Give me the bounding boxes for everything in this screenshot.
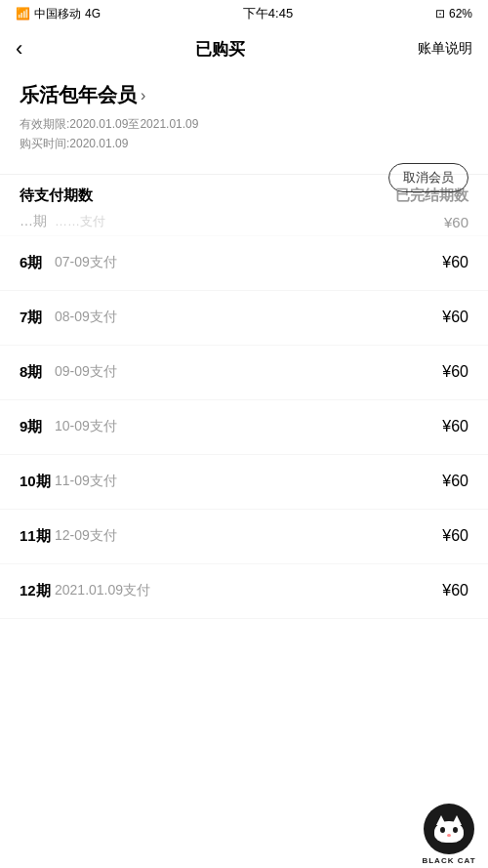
period-date: 10-09支付 bbox=[55, 418, 410, 435]
period-number: 12期 bbox=[20, 582, 55, 600]
period-date: 09-09支付 bbox=[55, 363, 410, 381]
period-number: 8期 bbox=[20, 363, 55, 382]
network-type: 4G bbox=[85, 7, 101, 21]
table-row: 10期 11-09支付 ¥60 bbox=[0, 455, 488, 510]
signal-icon: 📶 bbox=[16, 7, 30, 21]
battery-icon: ⊡ bbox=[435, 7, 445, 21]
table-row: 9期 10-09支付 ¥60 bbox=[0, 400, 488, 455]
cancel-membership-button[interactable]: 取消会员 bbox=[388, 163, 468, 192]
status-right: ⊡ 62% bbox=[435, 7, 472, 21]
period-list: 6期 07-09支付 ¥60 7期 08-09支付 ¥60 8期 09-09支付… bbox=[0, 236, 488, 619]
period-date: 07-09支付 bbox=[55, 254, 410, 271]
page-title: 已购买 bbox=[195, 38, 245, 61]
blackcat-logo: BLACK CAT bbox=[410, 800, 488, 868]
cat-face bbox=[434, 815, 464, 843]
table-row: 12期 2021.01.09支付 ¥60 bbox=[0, 564, 488, 619]
period-date: 2021.01.09支付 bbox=[55, 582, 410, 599]
period-number: 10期 bbox=[20, 473, 55, 491]
membership-header: 乐活包年会员 › 有效期限:2020.01.09至2021.01.09 购买时间… bbox=[0, 70, 488, 162]
period-amount: ¥60 bbox=[410, 418, 468, 435]
table-row: 6期 07-09支付 ¥60 bbox=[0, 236, 488, 291]
cat-eye-left-icon bbox=[440, 827, 445, 833]
bill-description-button[interactable]: 账单说明 bbox=[418, 40, 472, 58]
status-left: 📶 中国移动 4G bbox=[16, 6, 101, 22]
period-amount: ¥60 bbox=[410, 527, 468, 545]
purchase-date: 购买时间:2020.01.09 bbox=[20, 134, 468, 153]
blackcat-label: BLACK CAT bbox=[422, 856, 475, 865]
cat-nose-icon bbox=[447, 834, 451, 837]
period-number: 7期 bbox=[20, 309, 55, 327]
period-amount: ¥60 bbox=[410, 309, 468, 326]
membership-name: 乐活包年会员 bbox=[20, 82, 137, 108]
period-date: 08-09支付 bbox=[55, 309, 410, 326]
cat-body-icon bbox=[434, 821, 464, 843]
membership-actions: 取消会员 bbox=[388, 163, 468, 192]
battery-label: 62% bbox=[449, 7, 472, 21]
period-number: 6期 bbox=[20, 254, 55, 272]
period-date: 12-09支付 bbox=[55, 527, 410, 545]
cat-eye-right-icon bbox=[453, 827, 458, 833]
nav-bar: ‹ 已购买 账单说明 bbox=[0, 27, 488, 70]
membership-name-row: 乐活包年会员 › bbox=[20, 82, 468, 108]
status-time: 下午4:45 bbox=[243, 5, 293, 22]
period-amount: ¥60 bbox=[410, 582, 468, 599]
period-number: 9期 bbox=[20, 418, 55, 436]
period-amount: ¥60 bbox=[410, 363, 468, 381]
carrier-label: 中国移动 bbox=[34, 6, 81, 22]
table-row: 11期 12-09支付 ¥60 bbox=[0, 510, 488, 564]
back-button[interactable]: ‹ bbox=[16, 38, 22, 60]
period-amount: ¥60 bbox=[410, 473, 468, 490]
membership-detail-arrow[interactable]: › bbox=[141, 87, 145, 104]
table-row: 8期 09-09支付 ¥60 bbox=[0, 346, 488, 400]
period-date: 11-09支付 bbox=[55, 473, 410, 490]
period-number: 11期 bbox=[20, 527, 55, 546]
period-amount: ¥60 bbox=[410, 254, 468, 271]
table-row: 7期 08-09支付 ¥60 bbox=[0, 291, 488, 346]
blackcat-circle bbox=[424, 804, 474, 854]
membership-info: 有效期限:2020.01.09至2021.01.09 购买时间:2020.01.… bbox=[20, 114, 468, 154]
status-bar: 📶 中国移动 4G 下午4:45 ⊡ 62% bbox=[0, 0, 488, 27]
valid-range: 有效期限:2020.01.09至2021.01.09 bbox=[20, 114, 468, 134]
partial-row: …期 ……支付 ¥60 bbox=[0, 209, 488, 236]
pending-col-header: 待支付期数 bbox=[20, 186, 371, 205]
